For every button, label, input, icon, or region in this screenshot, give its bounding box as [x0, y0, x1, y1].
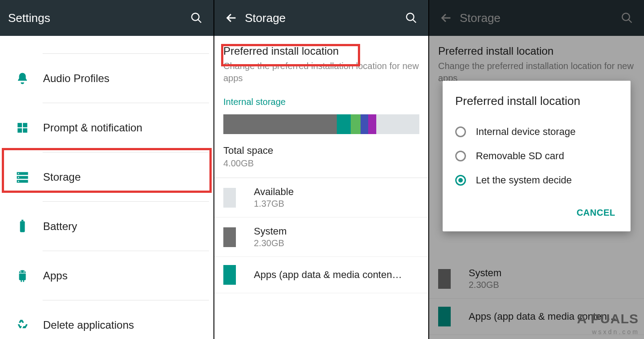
search-icon[interactable]: [402, 12, 420, 24]
bar-free: [376, 114, 419, 134]
settings-item-prompt[interactable]: Prompt & notification: [0, 103, 213, 152]
panel-storage-dialog: Storage Preferred install location Chang…: [429, 0, 644, 339]
settings-list: Audio Profiles Prompt & notification Sto…: [0, 36, 213, 339]
swatch-available: [223, 188, 236, 208]
swatch-system: [223, 227, 236, 247]
row-label: Apps (app data & media conten…: [254, 269, 402, 281]
option-sdcard[interactable]: Removable SD card: [455, 144, 618, 168]
svg-rect-5: [23, 128, 27, 133]
pref-title: Preferred install location: [223, 45, 419, 57]
settings-item-label: Delete applications: [43, 319, 134, 331]
svg-rect-13: [22, 220, 23, 221]
preferred-install-dialog: Preferred install location Internal devi…: [443, 81, 631, 231]
bar-media: [351, 114, 361, 134]
settings-item-delete-apps[interactable]: Delete applications: [0, 300, 213, 339]
storage-row-apps[interactable]: Apps (app data & media conten…: [214, 257, 428, 293]
row-label: Available: [254, 186, 294, 198]
radio-icon: [455, 151, 466, 161]
storage-icon: [9, 170, 36, 184]
svg-point-15: [407, 13, 414, 21]
panel-storage: Storage Preferred install location Chang…: [214, 0, 429, 339]
option-label: Let the system decide: [476, 174, 572, 186]
svg-point-0: [192, 13, 199, 21]
grid-icon: [9, 122, 36, 134]
total-space: Total space 4.00GB: [214, 145, 428, 178]
svg-rect-12: [20, 221, 25, 232]
option-system-decide[interactable]: Let the system decide: [455, 168, 618, 192]
storage-usage-bar: [223, 114, 419, 134]
watermark-sub: wsxdn.com: [592, 328, 640, 335]
option-internal[interactable]: Internal device storage: [455, 120, 618, 144]
svg-point-11: [18, 181, 19, 182]
bar-other2: [368, 114, 376, 134]
settings-item-label: Prompt & notification: [43, 122, 142, 134]
search-icon[interactable]: [187, 12, 205, 24]
svg-rect-2: [17, 123, 22, 127]
appbar-title: Settings: [8, 11, 187, 25]
preferred-install-location[interactable]: Preferred install location Change the pr…: [214, 36, 428, 89]
svg-rect-3: [23, 123, 27, 127]
settings-item-label: Battery: [43, 220, 77, 233]
recycle-icon: [9, 319, 36, 331]
watermark-brand: A PUALS: [577, 311, 639, 326]
total-value: 4.00GB: [223, 158, 419, 169]
svg-point-10: [18, 177, 19, 178]
battery-icon: [9, 220, 36, 233]
svg-point-9: [18, 173, 19, 174]
row-value: 1.37GB: [254, 199, 294, 209]
settings-item-battery[interactable]: Battery: [0, 202, 213, 251]
svg-line-1: [198, 20, 201, 23]
bar-system: [223, 114, 337, 134]
appbar-storage: Storage: [214, 0, 428, 36]
row-label: System: [254, 226, 287, 237]
bar-other1: [361, 114, 368, 134]
bell-icon: [9, 72, 36, 85]
storage-row-system[interactable]: System 2.30GB: [214, 217, 428, 257]
option-label: Removable SD card: [476, 150, 564, 162]
pref-subtitle: Change the preferred installation locati…: [223, 60, 419, 84]
settings-item-label: Apps: [43, 269, 68, 282]
settings-item-storage[interactable]: Storage: [0, 152, 213, 202]
svg-rect-4: [17, 128, 22, 133]
cancel-button[interactable]: CANCEL: [574, 203, 618, 222]
dialog-title: Preferred install location: [455, 94, 618, 108]
appbar-title: Storage: [245, 11, 402, 25]
appbar-settings: Settings: [0, 0, 213, 36]
settings-item-audio[interactable]: Audio Profiles: [0, 54, 213, 103]
svg-line-16: [413, 20, 416, 23]
settings-item-apps[interactable]: Apps: [0, 251, 213, 300]
total-label: Total space: [223, 145, 419, 156]
option-label: Internal device storage: [476, 126, 576, 138]
settings-item-label: Audio Profiles: [43, 72, 109, 85]
android-icon: [9, 269, 36, 282]
bar-apps: [337, 114, 351, 134]
storage-row-available[interactable]: Available 1.37GB: [214, 178, 428, 217]
radio-icon: [455, 175, 466, 186]
radio-icon: [455, 126, 466, 137]
row-value: 2.30GB: [254, 238, 287, 248]
swatch-apps: [223, 265, 236, 285]
settings-item-label: Storage: [43, 171, 81, 183]
panel-settings: Settings Audio Profiles Prompt & notific…: [0, 0, 214, 339]
internal-storage-heading: Internal storage: [214, 89, 428, 112]
back-icon[interactable]: [222, 12, 240, 24]
